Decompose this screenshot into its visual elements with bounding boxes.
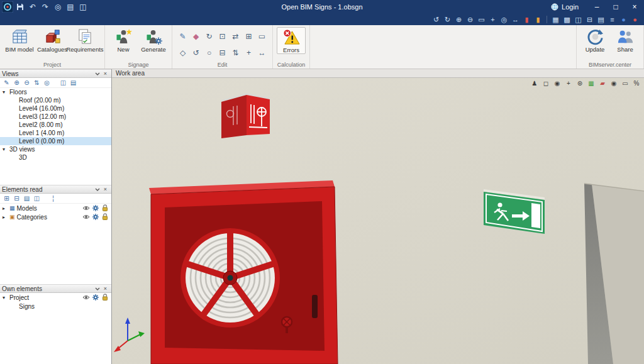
ungroup-icon[interactable]: ⊟ bbox=[219, 48, 225, 57]
gear-icon[interactable] bbox=[92, 204, 99, 212]
tree-item-project[interactable]: ▾ Project bbox=[0, 293, 111, 302]
elevation-orange-icon[interactable]: ▮ bbox=[533, 14, 543, 25]
elements-read-collapse-button[interactable] bbox=[93, 188, 101, 191]
measure-icon[interactable]: ↔ bbox=[258, 48, 266, 57]
view-search-icon[interactable]: ◎ bbox=[42, 79, 52, 87]
login-button[interactable]: Login bbox=[542, 3, 587, 11]
tree-item-level3[interactable]: Level3 (12.00 m) bbox=[0, 113, 111, 121]
rotate-icon[interactable]: ↻ bbox=[206, 32, 212, 41]
maximize-button[interactable]: □ bbox=[606, 1, 625, 13]
fire-extinguisher-sign[interactable] bbox=[221, 93, 270, 138]
lock-icon[interactable] bbox=[101, 213, 109, 221]
visibility-icon[interactable]: ◉ bbox=[609, 79, 619, 87]
update-button[interactable]: Update bbox=[580, 27, 609, 53]
monitor-icon[interactable]: ▭ bbox=[620, 79, 630, 87]
elements-read-close-button[interactable]: × bbox=[101, 186, 109, 192]
tree-item-level4[interactable]: Level4 (16.00m) bbox=[0, 104, 111, 113]
own-elements-close-button[interactable]: × bbox=[101, 285, 109, 292]
view-add-icon[interactable]: ⊕ bbox=[12, 79, 21, 87]
collapse-arrow-icon[interactable]: ▸ bbox=[3, 214, 8, 220]
split-vertical-icon[interactable]: ⊟ bbox=[584, 14, 595, 25]
table-green-icon[interactable]: ▦ bbox=[586, 79, 596, 87]
close-button[interactable]: × bbox=[625, 1, 644, 13]
minimize-button[interactable]: – bbox=[587, 1, 606, 13]
layers-icon[interactable]: ▤ bbox=[596, 14, 606, 25]
object-list-icon[interactable]: ≡ bbox=[607, 14, 618, 25]
views-collapse-button[interactable] bbox=[93, 72, 101, 75]
elevation-red-icon[interactable]: ▮ bbox=[521, 14, 532, 25]
tree-item-level2[interactable]: Level2 (8.00 m) bbox=[0, 121, 111, 129]
tree-item-3d-views[interactable]: ▾ 3D views bbox=[0, 145, 111, 153]
generate-signs-button[interactable]: Generate bbox=[139, 27, 168, 53]
target-icon[interactable]: ◉ bbox=[552, 79, 562, 87]
lock-icon[interactable] bbox=[101, 204, 109, 212]
save-icon[interactable] bbox=[14, 1, 26, 13]
3d-viewport[interactable]: ♟ ◻ ◉ + ⊛ ▦ ▰ ◉ ▭ % bbox=[112, 78, 644, 364]
tree-item-level1[interactable]: Level 1 (4.00 m) bbox=[0, 129, 111, 137]
gear-icon[interactable] bbox=[92, 213, 99, 221]
gear-icon[interactable] bbox=[92, 294, 99, 301]
view-delete-icon[interactable]: ⊖ bbox=[22, 79, 31, 87]
view-reorder-icon[interactable]: ⇅ bbox=[32, 79, 42, 87]
render-blue-icon[interactable]: ● bbox=[618, 14, 629, 25]
orbit-right-icon[interactable]: ↻ bbox=[442, 14, 453, 25]
info-icon[interactable]: ¦ bbox=[48, 194, 58, 203]
crop-icon[interactable]: ▭ bbox=[258, 32, 265, 41]
align-icon[interactable]: ⇅ bbox=[232, 48, 238, 57]
expand-arrow-icon[interactable]: ▾ bbox=[3, 89, 8, 95]
expand-arrow-icon[interactable]: ▾ bbox=[3, 146, 8, 152]
rotate-left-icon[interactable]: ↺ bbox=[192, 48, 199, 57]
zoom-previous-icon[interactable]: ◎ bbox=[499, 14, 509, 25]
settings-icon[interactable]: ⊛ bbox=[575, 79, 585, 87]
layers-filter-icon[interactable]: ▤ bbox=[22, 194, 31, 203]
copy-icon[interactable]: ⊡ bbox=[219, 32, 225, 41]
own-elements-collapse-button[interactable] bbox=[93, 287, 101, 290]
tree-item-models[interactable]: ▸ ▦ Models bbox=[0, 204, 111, 212]
zoom-all-icon[interactable]: ↔ bbox=[510, 14, 521, 25]
duplicate-window-icon[interactable]: ◫ bbox=[58, 79, 68, 87]
grid-icon[interactable]: ▦ bbox=[550, 14, 561, 25]
snap-icon[interactable]: ▩ bbox=[562, 14, 572, 25]
redo-icon[interactable]: ↷ bbox=[39, 1, 52, 13]
app-logo-icon[interactable] bbox=[1, 1, 14, 13]
layout-icon[interactable]: ◫ bbox=[77, 1, 89, 13]
tree-item-3d[interactable]: 3D bbox=[0, 153, 111, 162]
undo-icon[interactable]: ↶ bbox=[26, 1, 39, 13]
view-edit-icon[interactable]: ✎ bbox=[2, 79, 11, 87]
tile-windows-icon[interactable]: ▤ bbox=[69, 79, 78, 87]
lock-icon[interactable] bbox=[101, 294, 109, 301]
views-close-button[interactable]: × bbox=[101, 70, 109, 77]
pan-hand-icon[interactable]: + bbox=[564, 79, 574, 87]
print-icon[interactable]: ▤ bbox=[64, 1, 77, 13]
errors-button[interactable]: Errors bbox=[277, 27, 306, 54]
orbit-left-icon[interactable]: ↺ bbox=[431, 14, 441, 25]
catalogues-button[interactable]: Catalogues bbox=[36, 27, 68, 53]
vertex-icon[interactable]: ◇ bbox=[180, 48, 186, 57]
array-icon[interactable]: ⊞ bbox=[245, 32, 252, 41]
tree-item-floors[interactable]: ▾ Floors bbox=[0, 88, 111, 96]
share-button[interactable]: Share bbox=[611, 27, 640, 53]
tab-work-area[interactable]: Work area bbox=[116, 70, 145, 77]
tree-item-level0[interactable]: Level 0 (0.00 m) bbox=[0, 137, 111, 145]
tree-item-categories[interactable]: ▸ ▣ Categories bbox=[0, 212, 111, 221]
new-sign-button[interactable]: New bbox=[109, 27, 138, 53]
eye-icon[interactable] bbox=[82, 294, 90, 301]
zoom-out-icon[interactable]: ⊖ bbox=[465, 14, 475, 25]
zoom-icon[interactable]: ◎ bbox=[52, 1, 64, 13]
edit-icon[interactable]: ✎ bbox=[179, 32, 186, 41]
expand-arrow-icon[interactable]: ▾ bbox=[3, 295, 8, 301]
scale-icon[interactable]: % bbox=[631, 79, 641, 87]
move-icon[interactable]: + bbox=[247, 48, 251, 57]
figure-icon[interactable]: ♟ bbox=[530, 79, 540, 87]
collapse-all-icon[interactable]: ⊟ bbox=[12, 194, 21, 203]
symmetry-icon[interactable]: ⇄ bbox=[232, 32, 238, 41]
circle-icon[interactable]: ○ bbox=[207, 48, 211, 57]
zoom-in-icon[interactable]: ⊕ bbox=[453, 14, 464, 25]
bim-model-button[interactable]: BIM model bbox=[4, 27, 35, 53]
windows-filter-icon[interactable]: ◫ bbox=[32, 194, 42, 203]
requirements-button[interactable]: Requirements bbox=[69, 27, 101, 53]
box-icon[interactable]: ◻ bbox=[541, 79, 551, 87]
zoom-window-icon[interactable]: ▭ bbox=[476, 14, 487, 25]
tag-red-icon[interactable]: ▰ bbox=[597, 79, 608, 87]
eye-icon[interactable] bbox=[82, 204, 90, 212]
